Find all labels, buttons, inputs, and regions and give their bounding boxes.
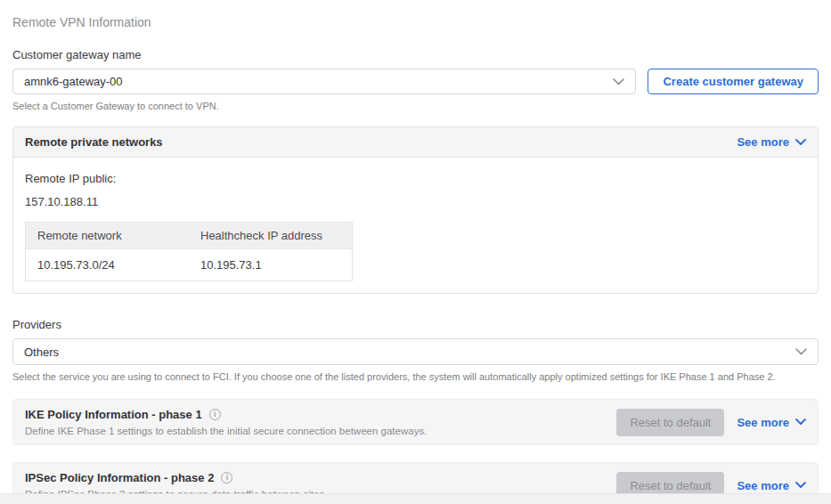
cell-remote-network: 10.195.73.0/24 (26, 249, 190, 281)
table-header-row: Remote network Healthcheck IP address (26, 223, 353, 249)
chevron-down-icon (795, 482, 806, 489)
create-customer-gateway-button[interactable]: Create customer gateway (648, 69, 819, 94)
ike-reset-to-default-button[interactable]: Reset to default (616, 409, 724, 436)
see-more-label: See more (737, 416, 789, 429)
column-header-remote-network: Remote network (26, 223, 190, 249)
remote-private-networks-header: Remote private networks See more (13, 127, 818, 158)
cell-healthcheck-ip: 10.195.73.1 (189, 249, 353, 281)
see-more-label: See more (737, 135, 789, 149)
remote-private-networks-body: Remote IP public: 157.10.188.11 Remote n… (13, 158, 818, 293)
column-header-healthcheck-ip: Healthcheck IP address (189, 223, 353, 249)
ipsec-policy-title: IPSec Policy Information - phase 2 (25, 471, 214, 484)
customer-gateway-helper: Select a Customer Gateway to connect to … (12, 101, 819, 111)
page-title: Remote VPN Information (12, 15, 819, 29)
providers-select[interactable]: Others (12, 338, 819, 365)
remote-ip-public-label: Remote IP public: (25, 172, 806, 185)
customer-gateway-label: Customer gateway name (12, 48, 819, 61)
chevron-down-icon (795, 419, 806, 426)
ike-policy-actions: Reset to default See more (616, 409, 806, 436)
customer-gateway-selected-value: amnk6-gateway-00 (24, 75, 123, 88)
remote-vpn-form: Remote VPN Information Customer gateway … (0, 0, 831, 504)
table-row: 10.195.73.0/24 10.195.73.1 (26, 249, 353, 281)
customer-gateway-select[interactable]: amnk6-gateway-00 (12, 69, 636, 94)
ike-policy-description: Define IKE Phase 1 settings to establish… (25, 426, 427, 436)
ike-policy-text: IKE Policy Information - phase 1 i Defin… (25, 408, 427, 436)
bottom-divider-bar (0, 493, 831, 504)
providers-helper: Select the service you are using to conn… (12, 371, 819, 382)
chevron-down-icon (795, 139, 806, 146)
info-icon[interactable]: i (221, 472, 232, 484)
ike-see-more[interactable]: See more (737, 416, 806, 429)
remote-networks-table: Remote network Healthcheck IP address 10… (25, 222, 353, 281)
remote-private-networks-panel: Remote private networks See more Remote … (12, 126, 819, 294)
ipsec-see-more[interactable]: See more (737, 479, 806, 492)
see-more-label: See more (737, 479, 789, 492)
remote-private-networks-see-more[interactable]: See more (737, 135, 806, 149)
customer-gateway-row: amnk6-gateway-00 Create customer gateway (12, 69, 819, 94)
ike-policy-panel: IKE Policy Information - phase 1 i Defin… (12, 399, 819, 445)
ike-policy-title: IKE Policy Information - phase 1 (25, 408, 202, 421)
providers-label: Providers (12, 318, 819, 331)
providers-selected-value: Others (24, 345, 59, 359)
chevron-down-icon (795, 348, 807, 355)
chevron-down-icon (613, 78, 624, 85)
remote-private-networks-title: Remote private networks (25, 135, 163, 149)
info-icon[interactable]: i (209, 409, 221, 420)
remote-ip-public-value: 157.10.188.11 (25, 195, 806, 208)
